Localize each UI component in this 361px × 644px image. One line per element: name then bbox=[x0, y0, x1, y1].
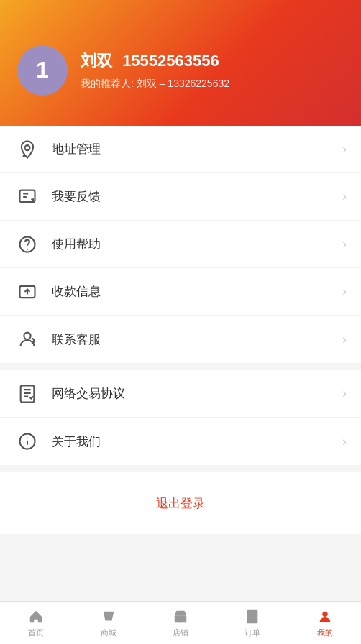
store-icon bbox=[172, 608, 189, 625]
nav-item-home[interactable]: 首页 bbox=[0, 602, 72, 644]
arrow-icon: › bbox=[342, 386, 347, 401]
menu-item-about[interactable]: 关于我们 › bbox=[0, 418, 361, 465]
svg-rect-11 bbox=[247, 610, 258, 622]
location-icon bbox=[14, 137, 40, 162]
agreement-label: 网络交易协议 bbox=[52, 385, 342, 402]
nav-label-store: 店铺 bbox=[173, 627, 188, 638]
address-label: 地址管理 bbox=[52, 141, 342, 157]
menu-item-agreement[interactable]: 网络交易协议 › bbox=[0, 370, 361, 418]
arrow-icon: › bbox=[342, 142, 347, 157]
user-info: 刘双 15552563556 我的推荐人: 刘双 – 13326225632 bbox=[81, 50, 229, 91]
profile-header: 1 刘双 15552563556 我的推荐人: 刘双 – 13326225632 bbox=[0, 0, 361, 126]
payment-label: 收款信息 bbox=[52, 283, 342, 300]
nav-item-store[interactable]: 店铺 bbox=[145, 602, 216, 644]
svg-point-1 bbox=[23, 155, 25, 157]
logout-section: 退出登录 bbox=[0, 472, 361, 534]
user-referrer: 我的推荐人: 刘双 – 13326225632 bbox=[81, 78, 229, 91]
nav-item-mine[interactable]: 我的 bbox=[289, 602, 361, 644]
mine-icon bbox=[316, 608, 334, 625]
svg-rect-7 bbox=[21, 385, 35, 402]
menu-section-2: 网络交易协议 › 关于我们 › bbox=[0, 370, 361, 465]
arrow-icon: › bbox=[342, 189, 347, 204]
avatar: 1 bbox=[17, 45, 68, 96]
nav-label-orders: 订单 bbox=[245, 627, 260, 638]
user-phone: 15552563556 bbox=[122, 52, 219, 70]
svg-point-9 bbox=[27, 437, 28, 438]
service-icon bbox=[14, 326, 40, 352]
svg-point-6 bbox=[24, 333, 30, 339]
bottom-nav: 首页 商城 店铺 订单 bbox=[0, 601, 361, 644]
home-icon bbox=[27, 608, 45, 625]
help-icon bbox=[14, 231, 40, 257]
arrow-icon: › bbox=[342, 236, 347, 252]
feedback-label: 我要反馈 bbox=[52, 188, 342, 205]
logout-button[interactable]: 退出登录 bbox=[13, 485, 348, 521]
agreement-icon bbox=[14, 381, 40, 407]
avatar-text: 1 bbox=[36, 57, 49, 83]
menu-item-address[interactable]: 地址管理 › bbox=[0, 126, 361, 173]
nav-label-mine: 我的 bbox=[317, 627, 333, 638]
menu-container: 地址管理 › 我要反馈 › 使用帮助 bbox=[0, 126, 361, 584]
orders-icon bbox=[244, 608, 261, 625]
user-name: 刘双 bbox=[81, 52, 112, 70]
menu-item-feedback[interactable]: 我要反馈 › bbox=[0, 173, 361, 221]
menu-item-service[interactable]: 联系客服 › bbox=[0, 316, 361, 363]
menu-section-1: 地址管理 › 我要反馈 › 使用帮助 bbox=[0, 126, 361, 363]
user-name-phone: 刘双 15552563556 bbox=[81, 50, 229, 72]
nav-label-home: 首页 bbox=[28, 627, 44, 638]
menu-item-help[interactable]: 使用帮助 › bbox=[0, 221, 361, 268]
feedback-icon bbox=[14, 184, 40, 210]
svg-point-0 bbox=[25, 145, 30, 150]
about-label: 关于我们 bbox=[52, 433, 342, 450]
service-label: 联系客服 bbox=[52, 331, 342, 348]
about-icon bbox=[14, 428, 40, 454]
payment-icon bbox=[14, 279, 40, 305]
help-label: 使用帮助 bbox=[52, 236, 342, 252]
nav-item-shop[interactable]: 商城 bbox=[72, 602, 144, 644]
svg-point-12 bbox=[322, 611, 327, 616]
shop-icon bbox=[100, 608, 117, 625]
arrow-icon: › bbox=[342, 434, 347, 449]
nav-item-orders[interactable]: 订单 bbox=[216, 602, 288, 644]
nav-label-shop: 商城 bbox=[101, 627, 116, 638]
svg-point-4 bbox=[27, 249, 28, 250]
arrow-icon: › bbox=[342, 284, 347, 299]
arrow-icon: › bbox=[342, 332, 347, 347]
menu-item-payment[interactable]: 收款信息 › bbox=[0, 268, 361, 316]
